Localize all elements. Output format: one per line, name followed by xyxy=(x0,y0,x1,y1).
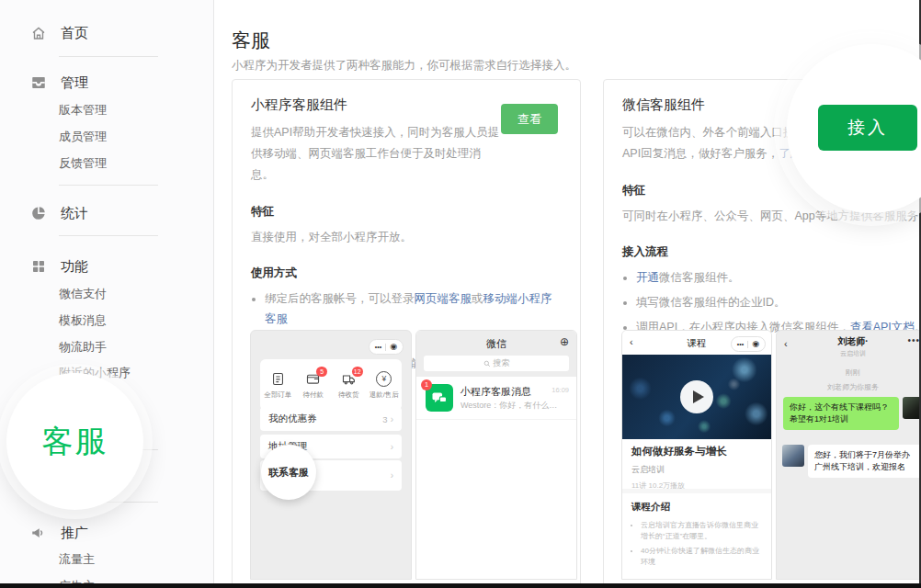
bullet-text: 微信客服组件。 xyxy=(659,271,740,284)
sidebar-item-feedback-manage[interactable]: 反馈管理 xyxy=(59,156,107,171)
more-dots-icon: ••• xyxy=(737,341,744,347)
phone-mockup-wechat-list: 微信 ⊕ 搜索 1 小程序客服消息 16:09 Westore：你好，有什么可以… xyxy=(415,330,577,580)
play-button[interactable] xyxy=(680,380,713,413)
activate-link[interactable]: 开通 xyxy=(636,271,659,284)
more-dots-icon[interactable]: ••• xyxy=(907,335,920,345)
sidebar-item-stats[interactable]: 统计 xyxy=(30,204,88,222)
phone-mockup-chat: ‹ 刘老师· 云启培训 ••• 刚刚 刘老师为你服务 你好，这个有线下课程吗？希… xyxy=(776,330,921,580)
view-button[interactable]: 查看 xyxy=(501,104,558,134)
feature-text: 直接使用，对全部小程序开放。 xyxy=(251,227,562,247)
close-target-icon: ◉ xyxy=(752,340,759,348)
plus-icon[interactable]: ⊕ xyxy=(560,335,569,348)
yuan-symbol: ¥ xyxy=(381,374,386,383)
card-description: 提供API帮助开发者快速接入，同时为客服人员提供移动端、网页端客服工作台便于及时… xyxy=(251,122,501,186)
course-header: ‹ 课程 ••• ◉ xyxy=(622,331,771,355)
sidebar-item-traffic-owner[interactable]: 流量主 xyxy=(59,552,95,567)
course-intro: 课程介绍 云启培训官方直播告诉你微信里商业增长的“正道”在哪里。 40分钟让你快… xyxy=(631,501,764,571)
chat-header: ‹ 刘老师· 云启培训 ••• xyxy=(777,331,921,360)
sidebar-item-member-manage[interactable]: 成员管理 xyxy=(59,130,107,144)
flow-heading: 接入流程 xyxy=(622,244,921,260)
shortcut-pending-delivery[interactable]: 12 待收货 xyxy=(331,371,367,400)
message-bubble: 您好，我们将于7月份举办广州线下培训，欢迎报名 xyxy=(808,445,921,478)
truck-icon: 12 xyxy=(341,371,357,387)
flow-list: 开通微信客服组件。 填写微信客服组件的企业ID。 调用API，在小程序内接入微信… xyxy=(622,267,921,337)
user-avatar xyxy=(903,397,921,419)
chevron-right-icon: › xyxy=(391,414,393,424)
intro-heading: 课程介绍 xyxy=(631,501,764,514)
chat-contact: 刘老师· 云启培训 xyxy=(777,335,921,358)
sidebar-spotlight-customer-service[interactable]: 客服 xyxy=(6,373,143,510)
grid-icon xyxy=(30,258,47,275)
video-title: 如何做好服务与增长 xyxy=(631,445,762,458)
desc-text: API回复消息，做好客户服务， xyxy=(622,147,779,160)
more-dots-icon: ••• xyxy=(375,344,381,350)
chat-preview: Westore：你好，有什么可以帮您？ xyxy=(460,400,563,412)
sidebar-item-label: 功能 xyxy=(61,258,88,276)
capsule-divider xyxy=(747,341,748,348)
shortcut-label: 待付款 xyxy=(303,390,324,400)
chat-title: 小程序客服消息 xyxy=(460,385,531,399)
wechat-header: 微信 ⊕ 搜索 xyxy=(416,331,576,377)
phone-previews: ‹ 课程 ••• ◉ 如何做好服务与增长 云启培训 11讲 10.2万播放 xyxy=(621,330,921,580)
contact-service-spotlight-label: 联系客服 xyxy=(268,466,309,480)
sidebar-divider xyxy=(59,235,158,236)
unread-badge: 1 xyxy=(421,379,432,390)
sidebar-item-version-manage[interactable]: 版本管理 xyxy=(59,103,107,118)
chat-time: 16:09 xyxy=(551,386,569,394)
inbox-icon xyxy=(30,74,47,91)
sidebar-item-features[interactable]: 功能 xyxy=(30,257,88,276)
sidebar-item-label: 管理 xyxy=(61,74,88,92)
sidebar-item-promotion[interactable]: 推广 xyxy=(30,524,88,542)
coupon-count: 3 xyxy=(382,414,387,424)
close-target-icon: ◉ xyxy=(390,343,397,351)
search-placeholder: 搜索 xyxy=(494,357,510,369)
chevron-right-icon: › xyxy=(391,470,393,481)
badge-count: 12 xyxy=(352,367,363,377)
shortcut-pending-payment[interactable]: 5 待付款 xyxy=(296,371,332,400)
row-label: 我的优惠券 xyxy=(268,413,317,425)
sidebar-divider xyxy=(59,56,158,57)
sidebar-item-manage[interactable]: 管理 xyxy=(30,74,88,92)
miniprogram-menu-capsule[interactable]: ••• ◉ xyxy=(369,339,404,355)
miniprogram-menu-capsule[interactable]: ••• ◉ xyxy=(731,336,766,352)
row-my-coupons[interactable]: 我的优惠券 3› xyxy=(260,407,402,431)
video-info: 如何做好服务与增长 云启培训 11讲 10.2万播放 xyxy=(631,445,762,491)
play-triangle-icon xyxy=(693,390,704,403)
sidebar-item-label: 首页 xyxy=(61,25,88,42)
contact-org: 云启培训 xyxy=(777,349,921,358)
intro-bullet: 40分钟让你快速了解微信生态的商业环境 xyxy=(641,546,764,568)
bullet-text: 填写微信客服组件的企业ID。 xyxy=(636,296,786,309)
home-icon xyxy=(30,25,47,41)
shortcut-label: 退款/售后 xyxy=(370,390,399,400)
page-title: 客服 xyxy=(232,28,270,53)
sidebar-item-wechat-pay[interactable]: 微信支付 xyxy=(59,287,107,301)
chat-timestamp: 刚刚 xyxy=(777,368,921,378)
flow-bullet: 填写微信客服组件的企业ID。 xyxy=(636,292,921,312)
phone-mockup-orders: ••• ◉ 全部订单 5 xyxy=(250,330,412,580)
usage-heading: 使用方式 xyxy=(251,266,562,281)
chevron-right-icon: › xyxy=(391,442,393,452)
sidebar-item-home[interactable]: 首页 xyxy=(30,24,88,42)
wallet-icon: 5 xyxy=(305,371,321,387)
chat-list-item[interactable]: 1 小程序客服消息 16:09 Westore：你好，有什么可以帮您？ xyxy=(416,377,576,420)
shortcut-all-orders[interactable]: 全部订单 xyxy=(260,371,296,400)
contact-name: 刘老师· xyxy=(777,335,921,348)
shortcut-label: 全部订单 xyxy=(264,390,291,400)
mini-program-service-card: 小程序客服组件 查看 提供API帮助开发者快速接入，同时为客服人员提供移动端、网… xyxy=(232,79,581,588)
video-org: 云启培训 xyxy=(631,464,762,476)
contact-service-spotlight[interactable]: 联系客服 xyxy=(261,445,316,500)
sidebar: 首页 管理 版本管理 成员管理 反馈管理 统计 功能 微信支付 模板消息 xyxy=(0,0,214,588)
video-thumbnail xyxy=(622,355,771,439)
badge-count: 5 xyxy=(316,367,327,377)
message-user: 你好，这个有线下课程吗？希望有1对1培训 xyxy=(783,397,921,430)
wechat-mp-console: 首页 管理 版本管理 成员管理 反馈管理 统计 功能 微信支付 模板消息 xyxy=(0,0,921,588)
feature-heading: 特征 xyxy=(251,204,562,220)
search-bar[interactable]: 搜索 xyxy=(424,356,569,371)
bullet-text: 绑定后的客服帐号，可以登录 xyxy=(265,292,415,305)
shortcut-refund[interactable]: ¥ 退款/售后 xyxy=(367,371,403,400)
sidebar-spotlight-label: 客服 xyxy=(42,421,108,463)
sidebar-item-template-message[interactable]: 模板消息 xyxy=(59,313,107,328)
sidebar-item-logistics[interactable]: 物流助手 xyxy=(59,340,107,355)
web-service-link[interactable]: 网页端客服 xyxy=(415,292,472,305)
join-button[interactable]: 接入 xyxy=(818,105,917,151)
